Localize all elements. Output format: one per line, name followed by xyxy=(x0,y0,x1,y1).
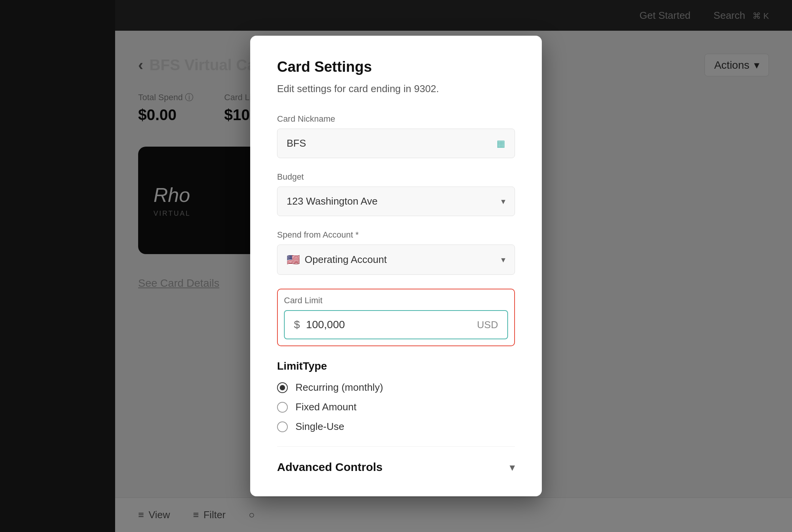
card-settings-modal: Card Settings Edit settings for card end… xyxy=(250,36,542,496)
modal-body: Card Settings Edit settings for card end… xyxy=(250,36,542,496)
fixed-amount-radio[interactable] xyxy=(277,402,288,413)
card-limit-input[interactable]: $ 100,000 USD xyxy=(284,310,508,339)
budget-select[interactable]: 123 Washington Ave ▾ xyxy=(277,187,515,216)
limit-type-section: LimitType Recurring (monthly) Fixed Amou… xyxy=(277,360,515,433)
card-limit-field-label: Card Limit xyxy=(284,296,508,306)
recurring-label: Recurring (monthly) xyxy=(295,382,383,393)
recurring-monthly-option[interactable]: Recurring (monthly) xyxy=(277,382,515,393)
advanced-controls-section[interactable]: Advanced Controls ▾ xyxy=(277,461,515,474)
dollar-sign: $ xyxy=(294,319,300,331)
budget-field: Budget 123 Washington Ave ▾ xyxy=(277,172,515,216)
account-field: Spend from Account * 🇺🇸 Operating Accoun… xyxy=(277,230,515,275)
single-use-radio[interactable] xyxy=(277,421,288,432)
budget-value: 123 Washington Ave xyxy=(287,195,378,207)
nickname-input[interactable]: BFS ▦ xyxy=(277,129,515,158)
nickname-label: Card Nickname xyxy=(277,114,515,124)
account-select[interactable]: 🇺🇸 Operating Account ▾ xyxy=(277,245,515,275)
nickname-value: BFS xyxy=(287,137,306,149)
single-use-option[interactable]: Single-Use xyxy=(277,421,515,433)
limit-type-title: LimitType xyxy=(277,360,515,372)
account-value: Operating Account xyxy=(305,254,387,266)
single-use-label: Single-Use xyxy=(295,421,344,433)
modal-subtitle: Edit settings for card ending in 9302. xyxy=(277,83,515,95)
nickname-icon: ▦ xyxy=(497,138,505,149)
fixed-amount-label: Fixed Amount xyxy=(295,401,356,413)
account-flag-icon: 🇺🇸 xyxy=(287,253,300,266)
card-limit-section: Card Limit $ 100,000 USD xyxy=(277,289,515,346)
account-dropdown-icon: ▾ xyxy=(501,255,505,265)
modal-overlay: Card Settings Edit settings for card end… xyxy=(0,0,792,532)
recurring-radio[interactable] xyxy=(277,382,288,393)
modal-title: Card Settings xyxy=(277,59,515,75)
fixed-amount-option[interactable]: Fixed Amount xyxy=(277,401,515,413)
budget-label: Budget xyxy=(277,172,515,182)
card-nickname-field: Card Nickname BFS ▦ xyxy=(277,114,515,158)
divider xyxy=(277,446,515,447)
advanced-controls-chevron-icon: ▾ xyxy=(510,461,515,474)
account-label: Spend from Account * xyxy=(277,230,515,240)
currency-code: USD xyxy=(477,319,498,331)
advanced-controls-label: Advanced Controls xyxy=(277,461,383,474)
card-limit-value: 100,000 xyxy=(306,319,345,331)
budget-dropdown-icon: ▾ xyxy=(501,197,505,207)
